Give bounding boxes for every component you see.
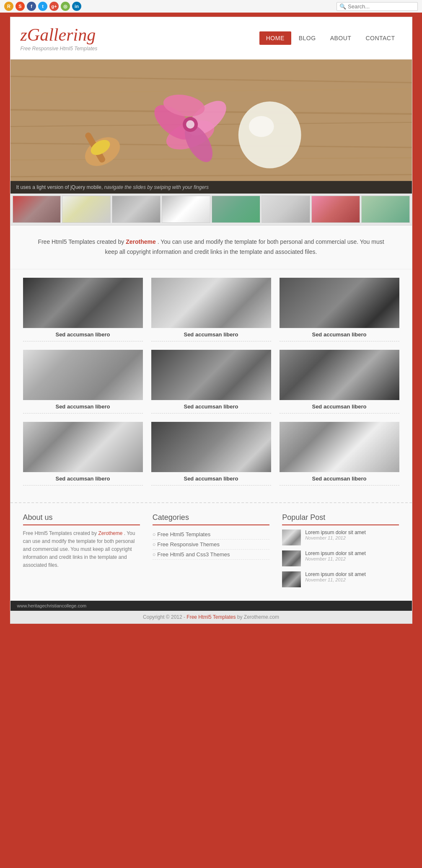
gallery-row-2: Sed accumsan libero Sed accumsan libero … xyxy=(23,350,399,413)
popular-post-info-3: Lorem ipsum dolor sit amet November 11, … xyxy=(305,571,366,582)
hero-section: It uses a light version of jQuery mobile… xyxy=(10,59,412,194)
thumb-7[interactable] xyxy=(311,196,360,223)
popular-post-date-3: November 11, 2012 xyxy=(305,577,366,582)
social-icons: R S f t g+ ◎ in xyxy=(4,2,81,11)
footer-html5-link[interactable]: Free Html5 Templates xyxy=(186,614,236,620)
gallery-section: Sed accumsan libero Sed accumsan libero … xyxy=(10,269,412,502)
footer-zerotheme-link[interactable]: Zerotheme xyxy=(98,530,122,536)
gallery-item-2[interactable]: Sed accumsan libero xyxy=(151,278,271,341)
gallery-caption-8: Sed accumsan libero xyxy=(151,475,271,486)
thumb-1[interactable] xyxy=(13,196,61,223)
thumb-5[interactable] xyxy=(212,196,260,223)
thumbnail-strip xyxy=(10,194,412,225)
thumb-2[interactable] xyxy=(62,196,111,223)
svg-point-19 xyxy=(238,101,301,168)
category-item-3[interactable]: Free Html5 and Css3 Themes xyxy=(153,550,269,560)
linkedin-icon[interactable]: in xyxy=(72,2,81,11)
gallery-item-6[interactable]: Sed accumsan libero xyxy=(280,350,399,413)
footer-about-title: About us xyxy=(23,513,140,525)
svg-point-18 xyxy=(186,120,194,129)
search-icon: 🔍 xyxy=(339,3,346,10)
gallery-caption-6: Sed accumsan libero xyxy=(280,403,399,413)
gallery-item-1[interactable]: Sed accumsan libero xyxy=(23,278,143,341)
gallery-row-3: Sed accumsan libero Sed accumsan libero … xyxy=(23,422,399,486)
category-item-2[interactable]: Free Responsive Themes xyxy=(153,540,269,550)
hero-image xyxy=(10,59,412,194)
gallery-row-1: Sed accumsan libero Sed accumsan libero … xyxy=(23,278,399,341)
popular-post-date-1: November 11, 2012 xyxy=(305,535,366,540)
thumb-6[interactable] xyxy=(261,196,310,223)
popular-post-img-3 xyxy=(282,571,301,587)
hero-svg xyxy=(10,59,412,194)
gallery-caption-2: Sed accumsan libero xyxy=(151,331,271,341)
gallery-item-4[interactable]: Sed accumsan libero xyxy=(23,350,143,413)
description-text: Free Html5 Templates created by Zerothem… xyxy=(36,237,387,257)
footer-popular-title: Popular Post xyxy=(282,513,399,525)
thumb-8[interactable] xyxy=(361,196,410,223)
copyright-text: Copyright © 2012 - xyxy=(143,614,186,620)
rss-icon[interactable]: R xyxy=(4,2,13,11)
thumb-3[interactable] xyxy=(112,196,161,223)
popular-post-2[interactable]: Lorem ipsum dolor sit amet November 11, … xyxy=(282,550,399,566)
category-list: Free Html5 Templates Free Responsive The… xyxy=(153,530,269,560)
search-bar: 🔍 xyxy=(337,2,418,11)
footer-categories-title: Categories xyxy=(153,513,269,525)
gallery-item-7[interactable]: Sed accumsan libero xyxy=(23,422,143,486)
bottom-bar-url: www.heritagechristiancollege.com xyxy=(17,603,87,608)
share-icon[interactable]: ◎ xyxy=(61,2,70,11)
main-nav: HOME BLOG ABOUT CONTACT xyxy=(259,31,402,45)
popular-post-title-3: Lorem ipsum dolor sit amet xyxy=(305,571,366,577)
gallery-caption-4: Sed accumsan libero xyxy=(23,403,143,413)
stumble-icon[interactable]: S xyxy=(16,2,25,11)
main-wrapper: zGallering Free Responsive Html5 Templat… xyxy=(10,17,412,624)
gallery-caption-1: Sed accumsan libero xyxy=(23,331,143,341)
logo-subtitle: Free Responsive Html5 Templates xyxy=(21,46,98,52)
search-input[interactable] xyxy=(348,3,415,10)
popular-post-title-1: Lorem ipsum dolor sit amet xyxy=(305,530,366,535)
bottom-bar: www.heritagechristiancollege.com xyxy=(10,601,412,611)
gallery-caption-9: Sed accumsan libero xyxy=(280,475,399,486)
gallery-item-3[interactable]: Sed accumsan libero xyxy=(280,278,399,341)
desc-text-before: Free Html5 Templates created by xyxy=(38,238,124,245)
svg-point-20 xyxy=(249,116,274,137)
copyright-text-after: by Zerotheme.com xyxy=(237,614,279,620)
gallery-caption-7: Sed accumsan libero xyxy=(23,475,143,486)
nav-about[interactable]: ABOUT xyxy=(324,31,358,45)
popular-post-3[interactable]: Lorem ipsum dolor sit amet November 11, … xyxy=(282,571,399,587)
footer-columns: About us Free Html5 Templates created by… xyxy=(10,502,412,601)
logo: zGallering Free Responsive Html5 Templat… xyxy=(21,25,98,52)
google-icon[interactable]: g+ xyxy=(49,2,59,11)
nav-contact[interactable]: CONTACT xyxy=(359,31,401,45)
facebook-icon[interactable]: f xyxy=(27,2,36,11)
category-item-1[interactable]: Free Html5 Templates xyxy=(153,530,269,540)
popular-post-info-2: Lorem ipsum dolor sit amet November 11, … xyxy=(305,550,366,561)
popular-post-img-2 xyxy=(282,550,301,566)
nav-blog[interactable]: BLOG xyxy=(292,31,323,45)
zerotheme-link[interactable]: Zerotheme xyxy=(126,238,156,245)
hero-caption-text: It uses a light version of jQuery mobile… xyxy=(16,184,103,190)
popular-post-date-2: November 11, 2012 xyxy=(305,556,366,561)
logo-title[interactable]: zGallering xyxy=(21,25,98,45)
footer-copyright: Copyright © 2012 - Free Html5 Templates … xyxy=(10,611,412,623)
hero-caption-italic: navigate the slides by swiping with your… xyxy=(104,184,209,190)
top-bar: R S f t g+ ◎ in 🔍 xyxy=(0,0,422,13)
popular-post-img-1 xyxy=(282,530,301,545)
footer-about: About us Free Html5 Templates created by… xyxy=(23,513,140,592)
hero-caption: It uses a light version of jQuery mobile… xyxy=(10,181,412,194)
gallery-item-5[interactable]: Sed accumsan libero xyxy=(151,350,271,413)
site-header: zGallering Free Responsive Html5 Templat… xyxy=(10,17,412,59)
footer-popular: Popular Post Lorem ipsum dolor sit amet … xyxy=(282,513,399,592)
gallery-item-8[interactable]: Sed accumsan libero xyxy=(151,422,271,486)
popular-post-1[interactable]: Lorem ipsum dolor sit amet November 11, … xyxy=(282,530,399,545)
description-block: Free Html5 Templates created by Zerothem… xyxy=(10,225,412,269)
thumb-4[interactable] xyxy=(162,196,210,223)
footer-categories: Categories Free Html5 Templates Free Res… xyxy=(153,513,269,592)
gallery-caption-3: Sed accumsan libero xyxy=(280,331,399,341)
nav-home[interactable]: HOME xyxy=(259,31,291,45)
footer-about-text: Free Html5 Templates created by Zerothem… xyxy=(23,530,140,570)
popular-post-info-1: Lorem ipsum dolor sit amet November 11, … xyxy=(305,530,366,540)
twitter-icon[interactable]: t xyxy=(38,2,47,11)
gallery-item-9[interactable]: Sed accumsan libero xyxy=(280,422,399,486)
popular-post-title-2: Lorem ipsum dolor sit amet xyxy=(305,550,366,556)
gallery-caption-5: Sed accumsan libero xyxy=(151,403,271,413)
